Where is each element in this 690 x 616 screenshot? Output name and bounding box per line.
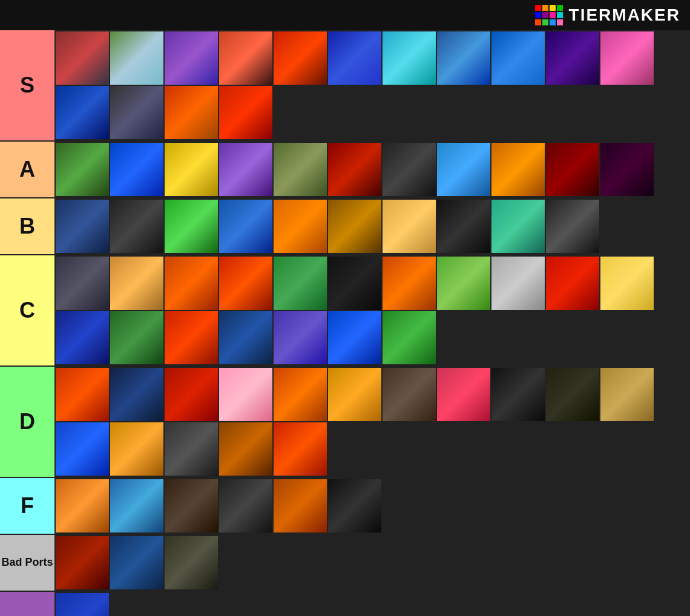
game-tile[interactable] xyxy=(437,31,490,85)
game-tile-inner xyxy=(56,200,109,253)
game-tile[interactable] xyxy=(546,31,599,85)
game-tile[interactable] xyxy=(56,593,109,616)
game-tile[interactable] xyxy=(383,368,436,421)
game-tile[interactable] xyxy=(219,368,272,421)
game-tile[interactable] xyxy=(56,86,109,139)
game-tile[interactable] xyxy=(56,311,109,364)
game-tile[interactable] xyxy=(546,200,599,253)
game-tile[interactable] xyxy=(437,257,490,310)
game-tile[interactable] xyxy=(165,479,218,532)
game-tile[interactable] xyxy=(383,143,436,196)
game-tile[interactable] xyxy=(165,86,218,139)
game-tile[interactable] xyxy=(491,368,545,421)
game-tile[interactable] xyxy=(437,143,490,196)
tier-items-f xyxy=(54,478,690,534)
game-tile[interactable] xyxy=(165,536,218,589)
game-tile[interactable] xyxy=(274,422,327,476)
game-tile[interactable] xyxy=(491,200,545,253)
game-tile[interactable] xyxy=(110,311,163,364)
game-tile[interactable] xyxy=(328,200,381,253)
game-tile[interactable] xyxy=(546,143,599,196)
game-tile[interactable] xyxy=(219,311,272,364)
game-tile[interactable] xyxy=(219,31,272,85)
game-tile[interactable] xyxy=(600,143,654,196)
game-tile[interactable] xyxy=(328,479,381,532)
game-tile[interactable] xyxy=(328,368,381,421)
game-tile[interactable] xyxy=(546,257,599,310)
game-tile[interactable] xyxy=(165,368,218,421)
game-tile[interactable] xyxy=(600,31,654,85)
game-tile[interactable] xyxy=(110,536,163,589)
game-tile[interactable] xyxy=(328,257,381,310)
game-tile[interactable] xyxy=(383,31,436,85)
game-tile[interactable] xyxy=(110,31,163,85)
game-tile[interactable] xyxy=(274,311,327,364)
game-tile[interactable] xyxy=(274,200,327,253)
game-tile[interactable] xyxy=(328,143,381,196)
game-tile[interactable] xyxy=(56,536,109,589)
game-tile[interactable] xyxy=(328,311,381,364)
tier-items-bad xyxy=(54,535,690,591)
tier-label-d: D xyxy=(0,367,54,477)
logo-cell xyxy=(542,12,548,18)
game-tile[interactable] xyxy=(56,368,109,421)
game-tile[interactable] xyxy=(274,143,327,196)
game-tile[interactable] xyxy=(165,200,218,253)
game-tile[interactable] xyxy=(56,31,109,85)
game-tile[interactable] xyxy=(383,311,436,364)
tier-items-b xyxy=(54,198,690,254)
game-tile[interactable] xyxy=(110,200,163,253)
game-tile[interactable] xyxy=(437,368,490,421)
game-tile-inner xyxy=(383,368,436,421)
game-tile[interactable] xyxy=(110,422,163,476)
game-tile[interactable] xyxy=(165,31,218,85)
tier-items-a xyxy=(54,142,690,197)
logo-grid-icon xyxy=(535,5,563,25)
game-tile[interactable] xyxy=(491,143,545,196)
game-tile[interactable] xyxy=(110,479,163,532)
game-tile[interactable] xyxy=(274,257,327,310)
game-tile-inner xyxy=(219,257,272,310)
game-tile-inner xyxy=(56,536,109,589)
game-tile[interactable] xyxy=(491,31,545,85)
game-tile[interactable] xyxy=(56,143,109,196)
game-tile[interactable] xyxy=(219,143,272,196)
game-tile[interactable] xyxy=(165,143,218,196)
game-tile[interactable] xyxy=(56,479,109,532)
game-tile[interactable] xyxy=(219,200,272,253)
game-tile[interactable] xyxy=(600,368,654,421)
game-tile[interactable] xyxy=(546,368,599,421)
game-tile[interactable] xyxy=(56,257,109,310)
game-tile[interactable] xyxy=(165,257,218,310)
game-tile[interactable] xyxy=(383,257,436,310)
game-tile[interactable] xyxy=(165,422,218,476)
logo-cell xyxy=(535,19,541,25)
game-tile[interactable] xyxy=(56,200,109,253)
game-tile[interactable] xyxy=(110,86,163,139)
game-tile[interactable] xyxy=(219,86,272,139)
game-tile-inner xyxy=(437,368,490,421)
game-tile[interactable] xyxy=(383,200,436,253)
tier-row-sonic: Sonic Forces xyxy=(0,592,690,616)
game-tile-inner xyxy=(274,311,327,364)
game-tile[interactable] xyxy=(110,143,163,196)
game-tile[interactable] xyxy=(491,257,545,310)
tier-label-s: S xyxy=(0,30,54,140)
game-tile[interactable] xyxy=(274,479,327,532)
game-tile[interactable] xyxy=(219,479,272,532)
game-tile[interactable] xyxy=(165,311,218,364)
game-tile[interactable] xyxy=(328,31,381,85)
game-tile-inner xyxy=(110,86,163,139)
game-tile[interactable] xyxy=(56,422,109,476)
game-tile-inner xyxy=(165,536,218,589)
game-tile[interactable] xyxy=(600,257,654,310)
game-tile[interactable] xyxy=(110,257,163,310)
logo-cell xyxy=(550,12,556,18)
game-tile[interactable] xyxy=(219,257,272,310)
game-tile[interactable] xyxy=(110,368,163,421)
game-tile[interactable] xyxy=(437,200,490,253)
game-tile[interactable] xyxy=(274,31,327,85)
game-tile-inner xyxy=(491,31,545,85)
game-tile[interactable] xyxy=(274,368,327,421)
game-tile[interactable] xyxy=(219,422,272,476)
